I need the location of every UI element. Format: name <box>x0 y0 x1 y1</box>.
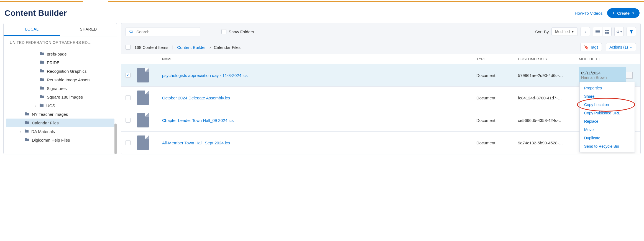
row-checkbox[interactable] <box>126 140 131 145</box>
sort-direction-button[interactable]: ↓ <box>581 27 590 36</box>
row-name[interactable]: October 2024 Delegate Assembly.ics <box>162 96 230 100</box>
settings-button[interactable]: ⚙ ▾ <box>614 27 624 36</box>
context-menu-item[interactable]: Send to Recycle Bin <box>580 142 635 150</box>
folder-item[interactable]: ›DA Materials <box>6 127 114 136</box>
row-key: fc84124d-3700-41d7-… <box>518 96 579 100</box>
folder-label: Calendar Files <box>32 120 59 125</box>
howto-link[interactable]: How-To Videos <box>575 11 603 16</box>
sort-value-label: Modified <box>555 29 570 34</box>
context-menu-item[interactable]: Copy Published URL <box>580 109 635 117</box>
list-view-button[interactable] <box>593 27 602 36</box>
grid-view-button[interactable] <box>602 27 612 36</box>
context-menu-item[interactable]: Properties <box>580 84 635 92</box>
search-box[interactable] <box>126 27 200 36</box>
content-header: 168 Content Items | Content Builder > Ca… <box>121 40 640 54</box>
tab-shared[interactable]: SHARED <box>60 23 117 36</box>
scrollbar-thumb[interactable] <box>114 124 117 154</box>
col-name[interactable]: NAME <box>162 57 476 61</box>
top-accent-bar <box>0 0 644 2</box>
divider: | <box>172 45 173 49</box>
folder-icon <box>25 112 30 117</box>
tags-button[interactable]: 🔖 Tags <box>580 43 602 51</box>
folder-icon <box>25 120 30 125</box>
folder-item[interactable]: Square 180 images <box>6 93 114 101</box>
folder-icon <box>40 86 45 91</box>
create-button[interactable]: + Create ▼ <box>607 8 640 18</box>
select-all-checkbox[interactable] <box>126 45 131 50</box>
context-menu-item[interactable]: Share <box>580 92 635 101</box>
sort-by-label: Sort By <box>535 29 549 34</box>
folder-item[interactable]: Recognition Graphics <box>6 67 114 76</box>
filter-button[interactable] <box>627 27 636 36</box>
content-panel: Show Folders Sort By Modified ▼ ↓ <box>121 23 641 154</box>
content-table: NAME TYPE CUSTOMER KEY MODIFIED ↓ psycho… <box>121 54 640 154</box>
row-name[interactable]: All-Member Town Hall_Sept 2024.ics <box>162 140 230 145</box>
tab-local[interactable]: LOCAL <box>4 23 60 36</box>
table-row[interactable]: Chapter Leader Town Hall_09 2024.icsDocu… <box>121 109 640 132</box>
folder-item[interactable]: Digicomm Help Files <box>6 136 114 144</box>
folder-item[interactable]: Reusable Image Assets <box>6 76 114 84</box>
folder-icon <box>40 52 45 56</box>
row-type: Document <box>476 118 518 123</box>
svg-line-1 <box>132 32 133 33</box>
folder-tree: prefs-pagePRIDERecognition GraphicsReusa… <box>4 49 117 149</box>
table-row[interactable]: October 2024 Delegate Assembly.icsDocume… <box>121 87 640 109</box>
create-button-label: Create <box>617 11 630 16</box>
page-header: Content Builder How-To Videos + Create ▼ <box>0 2 644 23</box>
document-icon <box>137 113 149 127</box>
col-key[interactable]: CUSTOMER KEY <box>518 57 579 61</box>
row-type: Document <box>476 96 518 100</box>
table-row[interactable]: psychologists appreciation day - 11-8-20… <box>121 64 640 87</box>
folder-item[interactable]: PRIDE <box>6 58 114 67</box>
gear-icon: ⚙ <box>616 30 620 34</box>
folder-label: PRIDE <box>47 60 60 65</box>
sidebar: LOCAL SHARED UNITED FEDERATION OF TEACHE… <box>3 23 117 154</box>
col-modified[interactable]: MODIFIED ↓ <box>579 57 626 61</box>
caret-down-icon: ▾ <box>620 30 622 33</box>
svg-rect-3 <box>596 31 600 32</box>
folder-label: Signatures <box>47 86 67 91</box>
breadcrumb: Content Builder > Calendar Files <box>177 45 241 50</box>
folder-label: DA Materials <box>31 129 55 134</box>
show-folders-toggle[interactable]: Show Folders <box>221 29 254 34</box>
row-checkbox[interactable] <box>126 95 131 100</box>
svg-rect-4 <box>596 32 600 33</box>
svg-point-0 <box>130 30 132 32</box>
context-menu-item[interactable]: Replace <box>580 117 635 125</box>
toolbar: Show Folders Sort By Modified ▼ ↓ <box>121 23 640 40</box>
actions-button[interactable]: Actions (1) ▼ <box>606 43 636 51</box>
context-menu-item[interactable]: Duplicate <box>580 134 635 142</box>
show-folders-label: Show Folders <box>229 29 254 34</box>
folder-label: Reusable Image Assets <box>47 77 91 82</box>
folder-item[interactable]: prefs-page <box>6 50 114 58</box>
folder-item[interactable]: NY Teacher images <box>6 110 114 119</box>
filter-icon <box>629 30 633 34</box>
folder-icon <box>25 138 30 142</box>
folder-icon <box>39 103 44 108</box>
sort-select[interactable]: Modified ▼ <box>551 27 578 36</box>
folder-label: prefs-page <box>47 52 67 56</box>
show-folders-checkbox[interactable] <box>221 29 226 34</box>
chevron-down-icon: ⌄ <box>628 74 631 77</box>
row-checkbox[interactable] <box>126 118 131 123</box>
row-menu-button[interactable]: ⌄ <box>626 72 633 79</box>
folder-icon <box>40 77 45 82</box>
actions-label: Actions (1) <box>609 45 628 49</box>
search-input[interactable] <box>136 29 197 34</box>
context-menu-item[interactable]: Move <box>580 125 635 134</box>
chevron-right-icon: > <box>209 45 211 50</box>
table-row[interactable]: All-Member Town Hall_Sept 2024.icsDocume… <box>121 132 640 154</box>
col-type[interactable]: TYPE <box>476 57 518 61</box>
row-key: 579961ae-2d90-4d6c-… <box>518 73 579 78</box>
svg-rect-5 <box>605 30 607 31</box>
row-name[interactable]: Chapter Leader Town Hall_09 2024.ics <box>162 118 234 123</box>
folder-label: Square 180 images <box>47 95 83 99</box>
folder-label: Recognition Graphics <box>47 69 86 74</box>
row-name[interactable]: psychologists appreciation day - 11-8-20… <box>162 73 248 78</box>
folder-item[interactable]: Calendar Files <box>6 119 114 127</box>
folder-item[interactable]: Signatures <box>6 84 114 93</box>
row-checkbox[interactable] <box>126 73 131 78</box>
context-menu-item[interactable]: Copy Location <box>580 101 635 109</box>
folder-item[interactable]: ›UCS <box>6 101 114 110</box>
breadcrumb-root[interactable]: Content Builder <box>177 45 206 50</box>
